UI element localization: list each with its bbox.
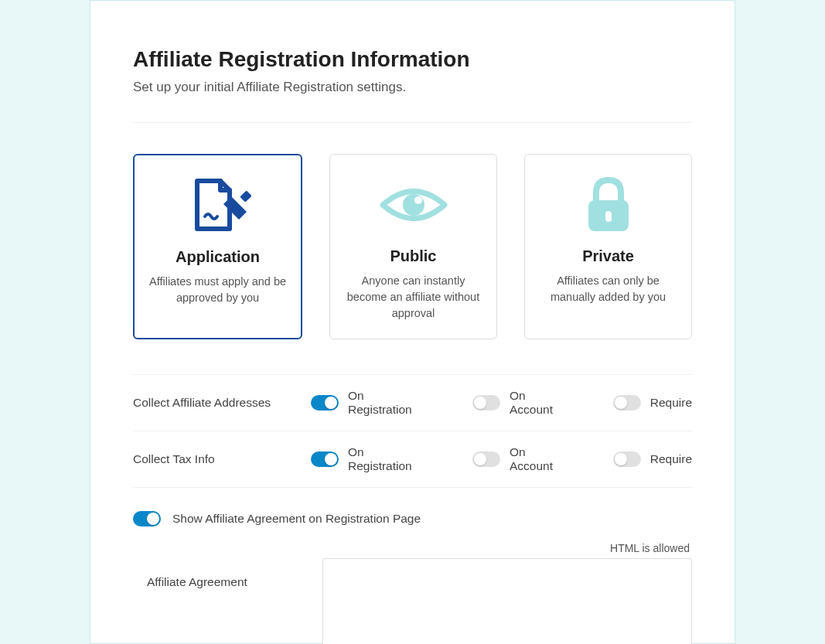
card-private-title: Private [582,247,634,265]
collect-addresses-on-account-text: On Account [510,389,571,417]
lock-icon [578,174,639,236]
agreement-area: Affiliate Agreement [133,558,692,644]
svg-rect-4 [605,211,612,222]
svg-point-1 [403,194,424,216]
collect-addresses-on-registration-toggle[interactable] [311,395,339,411]
eye-icon [379,174,448,236]
collect-addresses-on-registration-text: On Registration [348,389,430,417]
card-application-title: Application [176,248,260,266]
collect-tax-on-account-text: On Account [510,445,571,473]
collect-tax-require-text: Require [650,452,692,466]
show-agreement-toggle[interactable] [133,511,161,526]
document-pencil-icon [183,175,253,237]
html-allowed-note: HTML is allowed [133,542,692,554]
collect-addresses-require-toggle[interactable] [613,395,641,411]
card-public-desc: Anyone can instantly become an affiliate… [344,273,482,322]
agreement-label: Affiliate Agreement [133,558,322,589]
collect-addresses-on-account-toggle[interactable] [472,395,500,411]
card-private-desc: Affiliates can only be manually added by… [539,273,677,305]
agreement-textarea[interactable] [322,558,692,644]
collect-addresses-require-text: Require [650,396,692,410]
card-public[interactable]: Public Anyone can instantly become an af… [329,154,497,339]
collect-tax-on-account-toggle[interactable] [472,451,500,467]
svg-point-2 [414,196,422,204]
card-private[interactable]: Private Affiliates can only be manually … [524,154,692,339]
registration-mode-cards: Application Affiliates must apply and be… [133,154,692,339]
settings-panel: Affiliate Registration Information Set u… [90,0,735,644]
collect-addresses-label: Collect Affiliate Addresses [133,396,311,410]
collect-addresses-row: Collect Affiliate Addresses On Registrat… [133,374,692,431]
card-application[interactable]: Application Affiliates must apply and be… [133,154,302,339]
show-agreement-row: Show Affiliate Agreement on Registration… [133,488,692,542]
page-title: Affiliate Registration Information [133,47,692,72]
collect-tax-row: Collect Tax Info On Registration On Acco… [133,431,692,488]
collect-tax-require-toggle[interactable] [613,451,641,467]
svg-rect-0 [240,190,252,203]
page-subtitle: Set up your initial Affiliate Registrati… [133,80,692,95]
card-public-title: Public [390,247,436,265]
collect-tax-on-registration-toggle[interactable] [311,451,339,467]
show-agreement-label: Show Affiliate Agreement on Registration… [172,512,421,526]
collect-tax-label: Collect Tax Info [133,452,311,466]
divider [133,122,692,123]
card-application-desc: Affiliates must apply and be approved by… [148,274,287,306]
collect-tax-on-registration-text: On Registration [348,445,430,473]
